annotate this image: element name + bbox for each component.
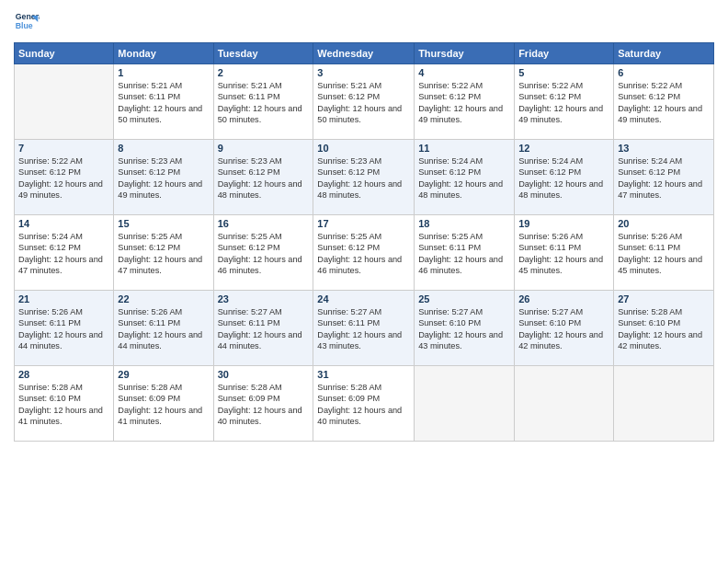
day-number: 31 [317, 369, 410, 380]
day-info: Sunrise: 5:24 AMSunset: 6:12 PMDaylight:… [18, 231, 109, 277]
calendar-cell: 13Sunrise: 5:24 AMSunset: 6:12 PMDayligh… [614, 140, 714, 215]
day-number: 13 [618, 143, 710, 154]
day-info: Sunrise: 5:23 AMSunset: 6:12 PMDaylight:… [218, 155, 310, 201]
calendar-cell [415, 366, 515, 442]
calendar-cell: 9Sunrise: 5:23 AMSunset: 6:12 PMDaylight… [213, 140, 313, 215]
day-number: 5 [518, 67, 609, 78]
day-number: 9 [218, 143, 310, 154]
week-row-5: 28Sunrise: 5:28 AMSunset: 6:10 PMDayligh… [15, 366, 714, 442]
day-info: Sunrise: 5:28 AMSunset: 6:10 PMDaylight:… [18, 382, 109, 428]
calendar-cell: 26Sunrise: 5:27 AMSunset: 6:10 PMDayligh… [515, 291, 614, 366]
day-number: 4 [418, 67, 510, 78]
day-info: Sunrise: 5:21 AMSunset: 6:12 PMDaylight:… [317, 80, 410, 126]
calendar-cell [515, 366, 614, 442]
calendar-cell: 22Sunrise: 5:26 AMSunset: 6:11 PMDayligh… [114, 291, 213, 366]
calendar-cell: 12Sunrise: 5:24 AMSunset: 6:12 PMDayligh… [515, 140, 614, 215]
day-number: 1 [118, 67, 209, 78]
day-info: Sunrise: 5:28 AMSunset: 6:10 PMDaylight:… [618, 306, 710, 352]
calendar-cell: 25Sunrise: 5:27 AMSunset: 6:10 PMDayligh… [415, 291, 515, 366]
weekday-header-tuesday: Tuesday [213, 43, 313, 64]
day-info: Sunrise: 5:26 AMSunset: 6:11 PMDaylight:… [18, 306, 109, 352]
calendar-cell: 20Sunrise: 5:26 AMSunset: 6:11 PMDayligh… [614, 215, 714, 291]
day-info: Sunrise: 5:22 AMSunset: 6:12 PMDaylight:… [418, 80, 510, 126]
week-row-2: 7Sunrise: 5:22 AMSunset: 6:12 PMDaylight… [15, 140, 714, 215]
calendar-cell: 8Sunrise: 5:23 AMSunset: 6:12 PMDaylight… [114, 140, 213, 215]
day-number: 29 [118, 369, 209, 380]
calendar-cell: 31Sunrise: 5:28 AMSunset: 6:09 PMDayligh… [313, 366, 415, 442]
calendar-cell: 15Sunrise: 5:25 AMSunset: 6:12 PMDayligh… [114, 215, 213, 291]
calendar-table: SundayMondayTuesdayWednesdayThursdayFrid… [14, 42, 714, 442]
day-info: Sunrise: 5:25 AMSunset: 6:12 PMDaylight:… [317, 231, 410, 277]
calendar-cell: 11Sunrise: 5:24 AMSunset: 6:12 PMDayligh… [415, 140, 515, 215]
day-number: 12 [518, 143, 609, 154]
calendar-cell: 2Sunrise: 5:21 AMSunset: 6:11 PMDaylight… [213, 64, 313, 140]
day-number: 22 [118, 293, 209, 304]
calendar-cell: 5Sunrise: 5:22 AMSunset: 6:12 PMDaylight… [515, 64, 614, 140]
day-info: Sunrise: 5:21 AMSunset: 6:11 PMDaylight:… [218, 80, 310, 126]
day-info: Sunrise: 5:21 AMSunset: 6:11 PMDaylight:… [118, 80, 209, 126]
day-number: 27 [618, 293, 710, 304]
day-info: Sunrise: 5:26 AMSunset: 6:11 PMDaylight:… [118, 306, 209, 352]
week-row-3: 14Sunrise: 5:24 AMSunset: 6:12 PMDayligh… [15, 215, 714, 291]
week-row-1: 1Sunrise: 5:21 AMSunset: 6:11 PMDaylight… [15, 64, 714, 140]
day-info: Sunrise: 5:28 AMSunset: 6:09 PMDaylight:… [317, 382, 410, 428]
day-number: 14 [18, 218, 109, 229]
day-info: Sunrise: 5:28 AMSunset: 6:09 PMDaylight:… [118, 382, 209, 428]
calendar-cell [15, 64, 114, 140]
calendar-cell: 30Sunrise: 5:28 AMSunset: 6:09 PMDayligh… [213, 366, 313, 442]
day-info: Sunrise: 5:24 AMSunset: 6:12 PMDaylight:… [618, 155, 710, 201]
header: General Blue [14, 9, 714, 35]
svg-text:Blue: Blue [16, 21, 33, 30]
day-number: 19 [518, 218, 609, 229]
logo: General Blue [14, 9, 40, 35]
day-number: 24 [317, 293, 410, 304]
day-number: 21 [18, 293, 109, 304]
weekday-header-row: SundayMondayTuesdayWednesdayThursdayFrid… [15, 43, 714, 64]
day-info: Sunrise: 5:24 AMSunset: 6:12 PMDaylight:… [418, 155, 510, 201]
day-number: 23 [218, 293, 310, 304]
calendar-cell: 28Sunrise: 5:28 AMSunset: 6:10 PMDayligh… [15, 366, 114, 442]
day-number: 30 [218, 369, 310, 380]
calendar-cell: 4Sunrise: 5:22 AMSunset: 6:12 PMDaylight… [415, 64, 515, 140]
day-number: 28 [18, 369, 109, 380]
day-number: 6 [618, 67, 710, 78]
day-info: Sunrise: 5:25 AMSunset: 6:12 PMDaylight:… [118, 231, 209, 277]
day-info: Sunrise: 5:24 AMSunset: 6:12 PMDaylight:… [518, 155, 609, 201]
day-info: Sunrise: 5:26 AMSunset: 6:11 PMDaylight:… [518, 231, 609, 277]
day-info: Sunrise: 5:27 AMSunset: 6:11 PMDaylight:… [317, 306, 410, 352]
day-info: Sunrise: 5:25 AMSunset: 6:11 PMDaylight:… [418, 231, 510, 277]
day-info: Sunrise: 5:23 AMSunset: 6:12 PMDaylight:… [317, 155, 410, 201]
calendar-cell: 24Sunrise: 5:27 AMSunset: 6:11 PMDayligh… [313, 291, 415, 366]
day-number: 15 [118, 218, 209, 229]
calendar-cell: 14Sunrise: 5:24 AMSunset: 6:12 PMDayligh… [15, 215, 114, 291]
day-info: Sunrise: 5:27 AMSunset: 6:10 PMDaylight:… [418, 306, 510, 352]
day-number: 26 [518, 293, 609, 304]
day-number: 16 [218, 218, 310, 229]
calendar-cell: 7Sunrise: 5:22 AMSunset: 6:12 PMDaylight… [15, 140, 114, 215]
weekday-header-monday: Monday [114, 43, 213, 64]
day-info: Sunrise: 5:25 AMSunset: 6:12 PMDaylight:… [218, 231, 310, 277]
calendar-page: General Blue SundayMondayTuesdayWednesda… [0, 0, 728, 563]
calendar-cell: 29Sunrise: 5:28 AMSunset: 6:09 PMDayligh… [114, 366, 213, 442]
day-number: 8 [118, 143, 209, 154]
calendar-cell: 16Sunrise: 5:25 AMSunset: 6:12 PMDayligh… [213, 215, 313, 291]
calendar-cell: 23Sunrise: 5:27 AMSunset: 6:11 PMDayligh… [213, 291, 313, 366]
calendar-cell: 1Sunrise: 5:21 AMSunset: 6:11 PMDaylight… [114, 64, 213, 140]
week-row-4: 21Sunrise: 5:26 AMSunset: 6:11 PMDayligh… [15, 291, 714, 366]
weekday-header-sunday: Sunday [15, 43, 114, 64]
weekday-header-wednesday: Wednesday [313, 43, 415, 64]
day-info: Sunrise: 5:22 AMSunset: 6:12 PMDaylight:… [18, 155, 109, 201]
calendar-cell: 21Sunrise: 5:26 AMSunset: 6:11 PMDayligh… [15, 291, 114, 366]
day-number: 2 [218, 67, 310, 78]
day-info: Sunrise: 5:22 AMSunset: 6:12 PMDaylight:… [518, 80, 609, 126]
day-number: 25 [418, 293, 510, 304]
day-number: 3 [317, 67, 410, 78]
day-info: Sunrise: 5:27 AMSunset: 6:10 PMDaylight:… [518, 306, 609, 352]
day-info: Sunrise: 5:23 AMSunset: 6:12 PMDaylight:… [118, 155, 209, 201]
calendar-cell: 10Sunrise: 5:23 AMSunset: 6:12 PMDayligh… [313, 140, 415, 215]
day-info: Sunrise: 5:22 AMSunset: 6:12 PMDaylight:… [618, 80, 710, 126]
weekday-header-saturday: Saturday [614, 43, 714, 64]
weekday-header-friday: Friday [515, 43, 614, 64]
day-info: Sunrise: 5:27 AMSunset: 6:11 PMDaylight:… [218, 306, 310, 352]
day-info: Sunrise: 5:26 AMSunset: 6:11 PMDaylight:… [618, 231, 710, 277]
